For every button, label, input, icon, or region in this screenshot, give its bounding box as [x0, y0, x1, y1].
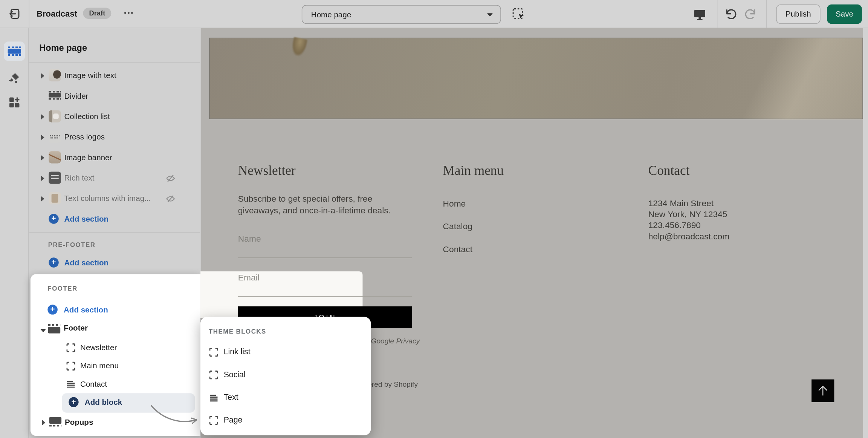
- plus-icon: +: [49, 214, 58, 224]
- section-row-image-banner[interactable]: Image banner: [29, 147, 200, 168]
- prefooter-group-label: PRE-FOOTER: [48, 242, 95, 248]
- add-section-footer[interactable]: + Add section: [31, 301, 200, 319]
- block-row-main-menu[interactable]: Main menu: [31, 358, 200, 375]
- block-row-contact[interactable]: Contact: [31, 376, 200, 394]
- app-embeds-tab[interactable]: [4, 92, 25, 112]
- add-section-prefooter[interactable]: + Add section: [29, 253, 200, 273]
- email-field[interactable]: Email: [238, 273, 260, 282]
- section-row-collection-list[interactable]: Collection list: [29, 106, 200, 127]
- popup-item-text[interactable]: Text: [200, 387, 371, 409]
- name-field[interactable]: Name: [238, 234, 261, 244]
- plus-icon: +: [47, 305, 57, 314]
- redo-button[interactable]: [744, 7, 758, 21]
- chevron-right-icon[interactable]: [41, 114, 44, 120]
- chevron-down-icon[interactable]: [40, 329, 46, 332]
- top-bar: Broadcast Draft ••• Home page: [0, 0, 868, 28]
- newsletter-heading: Newsletter: [238, 163, 296, 178]
- undo-icon: [723, 7, 737, 21]
- theme-editor: Broadcast Draft ••• Home page: [0, 0, 868, 438]
- chevron-right-icon[interactable]: [42, 420, 46, 426]
- chevron-right-icon[interactable]: [41, 196, 44, 202]
- section-label: Press logos: [64, 132, 104, 141]
- page-selector-dropdown[interactable]: Home page: [302, 5, 501, 24]
- footer-group-label: FOOTER: [47, 285, 77, 292]
- app-blocks-icon: [8, 96, 20, 109]
- scroll-to-top-button[interactable]: [811, 380, 834, 402]
- popup-item-link-list[interactable]: Link list: [200, 341, 371, 364]
- block-icon: [209, 371, 218, 380]
- section-label: Collection list: [64, 112, 110, 121]
- popup-item-page[interactable]: Page: [200, 409, 371, 432]
- popups-section-icon: [49, 417, 61, 427]
- add-section-label: Add section: [64, 214, 108, 224]
- sections-tab[interactable]: [4, 41, 25, 61]
- annotation-arrow: [141, 398, 208, 431]
- popup-item-social[interactable]: Social: [200, 364, 371, 386]
- footer-link-contact[interactable]: Contact: [443, 244, 472, 254]
- text-block-icon: [209, 394, 218, 402]
- divider: [766, 0, 767, 28]
- section-thumbnail: [49, 69, 61, 81]
- theme-settings-tab[interactable]: [4, 68, 25, 87]
- contact-address: 1234 Main Street New York, NY 12345 123.…: [648, 198, 730, 242]
- popup-item-label: Social: [224, 370, 246, 379]
- section-row-press-logos[interactable]: Press logos: [29, 127, 200, 147]
- section-label: Image banner: [64, 153, 112, 162]
- add-block-label: Add block: [85, 398, 122, 407]
- overflow-menu-button[interactable]: •••: [124, 9, 134, 17]
- chevron-right-icon[interactable]: [41, 176, 44, 181]
- monitor-icon: [692, 7, 707, 21]
- section-row-rich-text[interactable]: Rich text: [29, 168, 200, 188]
- section-row-image-with-text[interactable]: Image with text: [29, 65, 200, 86]
- hanging-leaf-photo: [290, 37, 308, 57]
- block-icon: [209, 416, 218, 425]
- footer-section-icon: [48, 324, 60, 334]
- block-icon: [66, 343, 75, 352]
- section-label: Footer: [64, 323, 88, 332]
- add-section-template[interactable]: + Add section: [29, 209, 200, 229]
- section-row-divider[interactable]: Divider: [29, 86, 200, 106]
- select-element-button[interactable]: [512, 8, 525, 21]
- section-label: Divider: [64, 91, 88, 100]
- popup-header: THEME BLOCKS: [209, 328, 266, 335]
- desktop-preview-button[interactable]: [692, 7, 707, 21]
- chevron-right-icon[interactable]: [41, 135, 44, 140]
- footer-link-home[interactable]: Home: [443, 199, 466, 209]
- plus-icon: +: [69, 397, 78, 407]
- block-label: Contact: [80, 380, 107, 389]
- block-label: Main menu: [80, 361, 119, 370]
- section-label: Image with text: [64, 71, 116, 80]
- undo-button[interactable]: [723, 7, 737, 21]
- divider: [717, 0, 717, 28]
- footer-link-catalog[interactable]: Catalog: [443, 222, 473, 231]
- section-thumbnail: [49, 110, 61, 122]
- hidden-eye-icon[interactable]: [165, 173, 175, 183]
- theme-blocks-popup: THEME BLOCKS Link list Social Text Page: [200, 317, 371, 435]
- divider-section-icon: [49, 91, 61, 101]
- text-block-icon: [66, 380, 75, 388]
- section-label: Text columns with imag...: [64, 194, 151, 203]
- add-section-label: Add section: [64, 258, 108, 267]
- rich-text-icon: [49, 172, 61, 184]
- divider: [29, 62, 200, 63]
- email-field-underline: [238, 296, 412, 297]
- section-thumbnail: [49, 192, 61, 204]
- redo-icon: [744, 7, 758, 21]
- block-row-newsletter[interactable]: Newsletter: [31, 340, 200, 357]
- save-button[interactable]: Save: [827, 5, 862, 24]
- section-row-footer[interactable]: Footer: [31, 320, 200, 337]
- exit-editor-button[interactable]: [8, 7, 21, 20]
- plus-icon: +: [49, 257, 58, 267]
- banner-light-gradient: [630, 38, 862, 119]
- add-section-label: Add section: [64, 305, 108, 314]
- block-icon: [209, 348, 218, 357]
- chevron-right-icon[interactable]: [41, 73, 44, 79]
- chevron-right-icon[interactable]: [41, 155, 44, 161]
- preview-right-gutter: [863, 28, 868, 438]
- status-badge: Draft: [83, 8, 111, 19]
- image-banner-section[interactable]: [209, 38, 863, 119]
- popup-item-label: Link list: [224, 347, 251, 356]
- hidden-eye-icon[interactable]: [165, 194, 175, 204]
- publish-button[interactable]: Publish: [776, 5, 821, 24]
- section-row-text-columns[interactable]: Text columns with imag...: [29, 188, 200, 209]
